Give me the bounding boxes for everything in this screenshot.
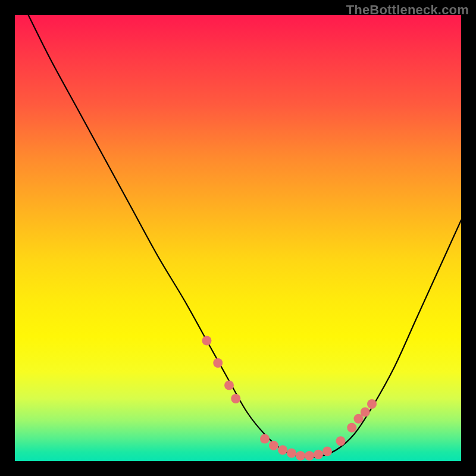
highlight-dot: [322, 447, 332, 456]
highlight-dot: [314, 450, 323, 459]
highlight-dot: [367, 399, 377, 409]
curve-line-group: [29, 15, 462, 458]
highlight-dots-group: [202, 336, 377, 461]
highlight-dot: [287, 449, 296, 458]
highlight-dot: [231, 394, 240, 403]
highlight-dot: [347, 423, 356, 433]
highlight-dot: [269, 441, 278, 450]
watermark-text: TheBottleneck.com: [346, 2, 469, 18]
highlight-dot: [213, 358, 223, 368]
highlight-dot: [202, 336, 212, 346]
chart-frame: TheBottleneck.com: [0, 0, 476, 476]
highlight-dot: [278, 445, 287, 455]
highlight-dot: [224, 381, 234, 390]
plot-area: [15, 15, 461, 461]
highlight-dot: [305, 451, 314, 461]
highlight-dot: [336, 436, 346, 446]
highlight-dot: [260, 434, 270, 444]
curve-line: [29, 15, 462, 458]
highlight-dot: [296, 451, 305, 461]
chart-svg: [15, 15, 461, 461]
highlight-dot: [361, 408, 370, 417]
